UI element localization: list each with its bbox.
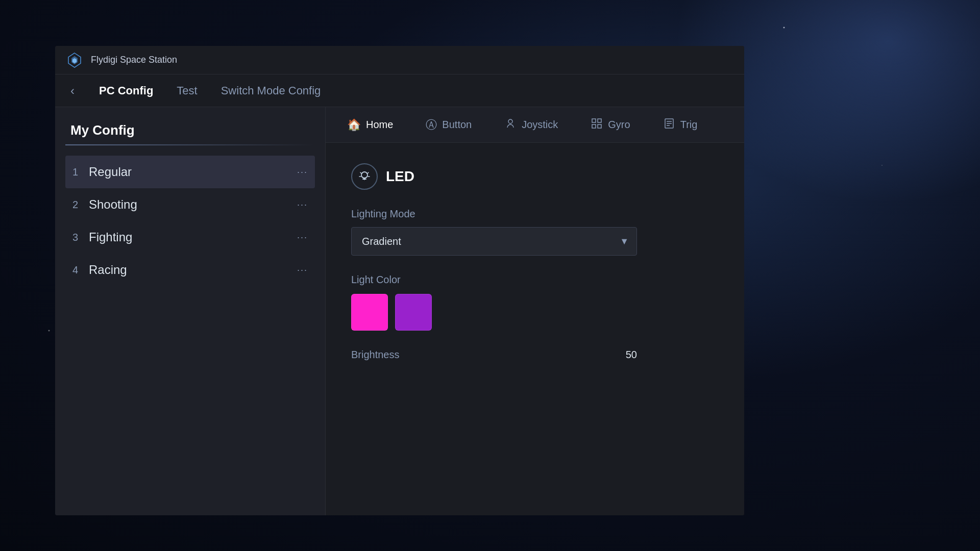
app-window: Flydigi Space Station ‹ PC Config Test S… [55, 46, 744, 515]
color-swatch-2[interactable] [395, 294, 432, 331]
app-title: Flydigi Space Station [91, 55, 177, 65]
tab-joystick[interactable]: Joystick [498, 113, 564, 137]
led-section-header: LED [351, 163, 719, 190]
main-content: My Config 1 Regular ··· 2 Shooting ··· 3… [55, 107, 744, 515]
svg-rect-7 [598, 124, 601, 128]
tab-gyro[interactable]: Gyro [584, 113, 636, 137]
tab-bar: 🏠 Home Ⓐ Button Joystick [326, 107, 744, 143]
config-list: 1 Regular ··· 2 Shooting ··· 3 Fighting … [65, 156, 315, 286]
config-more-4[interactable]: ··· [297, 265, 308, 276]
led-icon [351, 163, 378, 190]
right-panel: 🏠 Home Ⓐ Button Joystick [326, 107, 744, 515]
tab-trig-label: Trig [680, 119, 698, 131]
svg-rect-4 [592, 119, 596, 122]
lighting-mode-label: Lighting Mode [351, 208, 719, 220]
svg-point-12 [361, 172, 368, 178]
tab-home-label: Home [366, 119, 393, 131]
svg-point-3 [508, 119, 512, 123]
trig-icon [663, 117, 675, 133]
config-num-4: 4 [72, 264, 89, 276]
joystick-icon [504, 117, 517, 133]
config-num-1: 1 [72, 166, 89, 178]
button-icon: Ⓐ [426, 117, 437, 133]
home-icon: 🏠 [347, 118, 361, 132]
config-item-4[interactable]: 4 Racing ··· [65, 254, 315, 286]
tab-home[interactable]: 🏠 Home [341, 114, 399, 136]
dropdown-wrapper: Gradient Solid Breathing Off ▼ [351, 227, 637, 256]
sidebar: My Config 1 Regular ··· 2 Shooting ··· 3… [55, 107, 326, 515]
config-name-2: Shooting [89, 197, 297, 212]
lighting-mode-select[interactable]: Gradient Solid Breathing Off [351, 227, 637, 256]
sidebar-title: My Config [65, 122, 315, 138]
svg-rect-5 [598, 119, 601, 122]
brightness-value: 50 [626, 349, 637, 361]
svg-rect-6 [592, 124, 596, 128]
config-name-3: Fighting [89, 230, 297, 244]
config-more-2[interactable]: ··· [297, 199, 308, 210]
color-swatches [351, 294, 719, 331]
config-item-2[interactable]: 2 Shooting ··· [65, 188, 315, 221]
config-more-1[interactable]: ··· [297, 167, 308, 178]
led-section-title: LED [386, 168, 414, 185]
config-more-3[interactable]: ··· [297, 232, 308, 243]
tab-joystick-label: Joystick [522, 119, 558, 131]
back-button[interactable]: ‹ [70, 84, 75, 98]
gyro-icon [591, 117, 603, 133]
config-name-1: Regular [89, 165, 297, 179]
color-swatch-1[interactable] [351, 294, 388, 331]
config-num-3: 3 [72, 232, 89, 243]
settings-panel: LED Lighting Mode Gradient Solid Breathi… [326, 143, 744, 515]
nav-tab-pc-config[interactable]: PC Config [95, 82, 157, 99]
sidebar-divider [65, 144, 315, 145]
brightness-label: Brightness [351, 349, 400, 361]
config-item-3[interactable]: 3 Fighting ··· [65, 221, 315, 254]
config-item-1[interactable]: 1 Regular ··· [65, 156, 315, 188]
tab-button-label: Button [442, 119, 472, 131]
nav-bar: ‹ PC Config Test Switch Mode Config [55, 74, 744, 107]
config-name-4: Racing [89, 263, 297, 277]
app-logo [65, 51, 84, 69]
nav-tab-switch-mode[interactable]: Switch Mode Config [217, 82, 325, 99]
title-bar: Flydigi Space Station [55, 46, 744, 74]
tab-gyro-label: Gyro [608, 119, 630, 131]
tab-trig[interactable]: Trig [657, 113, 704, 137]
brightness-row: Brightness 50 [351, 349, 637, 361]
light-color-label: Light Color [351, 274, 719, 286]
tab-button[interactable]: Ⓐ Button [420, 113, 478, 137]
config-num-2: 2 [72, 199, 89, 211]
nav-tab-test[interactable]: Test [173, 82, 201, 99]
